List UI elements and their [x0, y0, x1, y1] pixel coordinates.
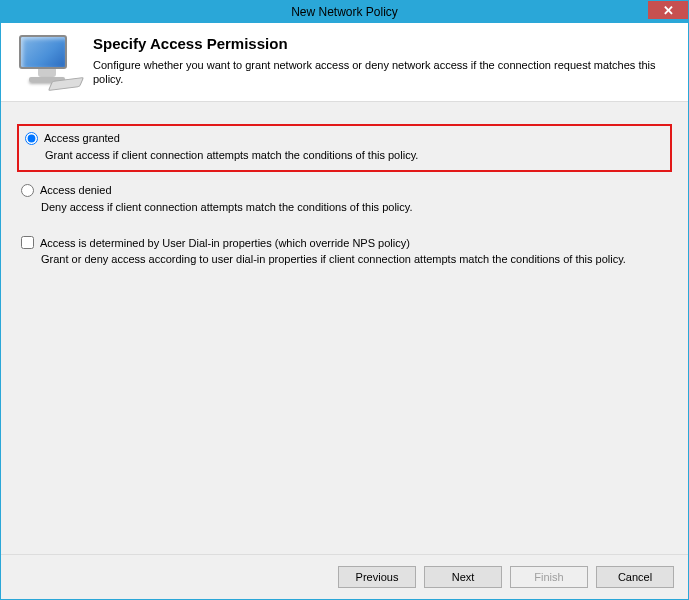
finish-button[interactable]: Finish: [510, 566, 588, 588]
titlebar: New Network Policy ✕: [1, 1, 688, 23]
footer: Previous Next Finish Cancel: [1, 555, 688, 599]
header: Specify Access Permission Configure whet…: [1, 23, 688, 101]
close-button[interactable]: ✕: [648, 1, 688, 19]
dialog-window: New Network Policy ✕ Specify Access Perm…: [0, 0, 689, 600]
page-title: Specify Access Permission: [93, 35, 670, 52]
monitor-policy-icon: [19, 35, 75, 85]
close-icon: ✕: [663, 3, 674, 18]
option-access-denied-group: Access denied Deny access if client conn…: [17, 182, 672, 216]
next-button[interactable]: Next: [424, 566, 502, 588]
header-text: Specify Access Permission Configure whet…: [93, 35, 670, 87]
desc-access-granted: Grant access if client connection attemp…: [45, 148, 664, 162]
window-title: New Network Policy: [291, 5, 398, 19]
previous-button[interactable]: Previous: [338, 566, 416, 588]
desc-dialin-override: Grant or deny access according to user d…: [41, 252, 668, 266]
label-dialin-override: Access is determined by User Dial-in pro…: [40, 237, 410, 249]
option-dialin-group: Access is determined by User Dial-in pro…: [17, 234, 672, 268]
desc-access-denied: Deny access if client connection attempt…: [41, 200, 668, 214]
page-subtitle: Configure whether you want to grant netw…: [93, 58, 670, 87]
option-access-granted-group: Access granted Grant access if client co…: [17, 124, 672, 172]
label-access-granted: Access granted: [44, 132, 120, 144]
radio-access-denied[interactable]: [21, 184, 34, 197]
content-area: Access granted Grant access if client co…: [1, 101, 688, 555]
label-access-denied: Access denied: [40, 184, 112, 196]
cancel-button[interactable]: Cancel: [596, 566, 674, 588]
checkbox-dialin-override[interactable]: [21, 236, 34, 249]
radio-access-granted[interactable]: [25, 132, 38, 145]
